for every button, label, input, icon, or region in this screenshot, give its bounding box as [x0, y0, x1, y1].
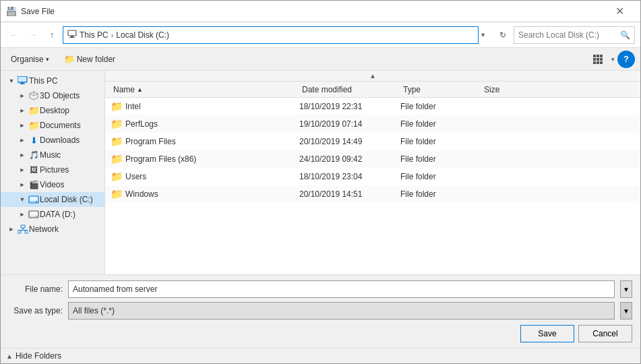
new-folder-icon: 📁 — [64, 54, 75, 64]
view-icon — [593, 55, 605, 64]
table-row[interactable]: 📁 Windows 20/10/2019 14:51 File folder — [105, 185, 640, 203]
svg-rect-9 — [597, 55, 599, 57]
svg-rect-20 — [18, 77, 26, 82]
music-expand-icon[interactable]: ► — [17, 150, 28, 160]
save-type-select[interactable]: All files (*.*) — [68, 302, 615, 320]
search-input[interactable] — [518, 30, 620, 40]
refresh-button[interactable]: ↻ — [495, 27, 511, 43]
svg-rect-15 — [597, 61, 599, 64]
table-row[interactable]: 📁 Intel 18/10/2019 22:31 File folder — [105, 98, 640, 115]
svg-rect-19 — [20, 84, 25, 84]
documents-icon: 📁 — [28, 120, 40, 131]
table-row[interactable]: 📁 PerfLogs 19/10/2019 07:14 File folder — [105, 115, 640, 133]
file-name-row: File name: ▼ — [9, 280, 632, 298]
svg-rect-35 — [25, 231, 28, 233]
sidebar-item-3d-objects[interactable]: ► 3D Objects — [1, 88, 104, 103]
hdd-icon — [28, 195, 39, 204]
data-d-icon — [28, 209, 40, 220]
this-pc-expand-icon[interactable]: ▼ — [6, 75, 17, 86]
address-path[interactable]: This PC › Local Disk (C:) — [63, 26, 479, 44]
sidebar-item-label-pictures: Pictures — [40, 165, 69, 175]
svg-rect-10 — [600, 55, 603, 57]
organise-dropdown-icon: ▾ — [46, 56, 49, 63]
hdd-icon-d — [28, 210, 39, 219]
local-disk-c-expand-icon[interactable]: ▼ — [17, 194, 28, 205]
network-icon-svg — [18, 224, 28, 234]
pictures-expand-icon[interactable]: ► — [17, 164, 28, 175]
sidebar-item-downloads[interactable]: ► ⬇ Downloads — [1, 133, 104, 148]
svg-point-32 — [36, 216, 37, 217]
view-button[interactable] — [590, 51, 609, 67]
file-row-date: 18/10/2019 22:31 — [299, 102, 400, 111]
desktop-icon: 📁 — [28, 105, 40, 116]
col-header-name[interactable]: Name ▲ — [111, 82, 299, 97]
videos-expand-icon[interactable]: ► — [17, 179, 28, 190]
table-row[interactable]: 📁 Users 18/10/2019 23:04 File folder — [105, 168, 640, 185]
col-header-size[interactable]: Size — [481, 82, 535, 97]
hide-folders-arrow-icon: ▲ — [6, 353, 13, 360]
hide-folders-row[interactable]: ▲ Hide Folders — [1, 348, 640, 363]
col-header-date-label: Date modified — [302, 85, 352, 94]
this-pc-icon — [17, 75, 29, 86]
sidebar-item-desktop[interactable]: ► 📁 Desktop — [1, 103, 104, 118]
up-button[interactable]: ↑ — [44, 27, 60, 43]
forward-button[interactable]: → — [25, 27, 41, 43]
file-folder-icon: 📁 — [111, 171, 123, 183]
svg-line-37 — [20, 230, 24, 231]
3d-objects-icon — [28, 90, 40, 101]
music-icon: 🎵 — [28, 150, 40, 160]
sidebar-item-local-disk-c[interactable]: ▼ Local Disk (C:) — [1, 192, 104, 207]
svg-point-28 — [36, 201, 37, 202]
file-name-input[interactable] — [68, 280, 615, 298]
svg-rect-14 — [593, 61, 596, 64]
scroll-up-arrow[interactable]: ▲ — [105, 71, 640, 82]
table-row[interactable]: 📁 Program Files 20/10/2019 14:49 File fo… — [105, 133, 640, 150]
file-row-name: Users — [125, 172, 299, 181]
network-expand-icon[interactable]: ► — [6, 224, 17, 235]
file-row-type: File folder — [400, 154, 481, 164]
sidebar-item-videos[interactable]: ► 🎬 Videos — [1, 177, 104, 192]
cancel-button[interactable]: Cancel — [578, 325, 632, 342]
help-button[interactable]: ? — [617, 51, 635, 68]
new-folder-label: New folder — [77, 55, 115, 64]
title-bar: Save File ✕ — [1, 1, 640, 22]
videos-icon: 🎬 — [28, 179, 40, 190]
file-row-type: File folder — [400, 172, 481, 181]
table-row[interactable]: 📁 Program Files (x86) 24/10/2019 09:42 F… — [105, 150, 640, 168]
back-button[interactable]: ← — [6, 27, 22, 43]
col-header-type[interactable]: Type — [400, 82, 481, 97]
view-dropdown-icon[interactable]: ▾ — [611, 56, 615, 63]
sidebar-item-network[interactable]: ► Network — [1, 222, 104, 237]
sidebar-item-music[interactable]: ► 🎵 Music — [1, 148, 104, 162]
save-button[interactable]: Save — [520, 325, 574, 342]
sidebar-item-label-documents: Documents — [40, 121, 81, 130]
file-name-dropdown-button[interactable]: ▼ — [620, 280, 632, 298]
close-button[interactable]: ✕ — [604, 1, 635, 22]
downloads-expand-icon[interactable]: ► — [17, 135, 28, 146]
sidebar-item-label-this-pc: This PC — [29, 76, 58, 86]
file-row-type: File folder — [400, 189, 481, 199]
new-folder-button[interactable]: 📁 New folder — [59, 51, 120, 67]
organise-button[interactable]: Organise ▾ — [6, 52, 54, 67]
file-row-name: Windows — [125, 189, 299, 199]
sidebar-item-documents[interactable]: ► 📁 Documents — [1, 118, 104, 133]
address-dropdown-button[interactable]: ▾ — [481, 31, 492, 38]
sidebar-item-this-pc[interactable]: ▼ This PC — [1, 73, 104, 88]
documents-expand-icon[interactable]: ► — [17, 120, 28, 131]
search-box[interactable]: 🔍 — [514, 26, 635, 44]
file-row-type: File folder — [400, 119, 481, 129]
sidebar-item-label-downloads: Downloads — [40, 135, 80, 145]
sidebar-item-data-d[interactable]: ► DATA (D:) — [1, 207, 104, 222]
file-row-type: File folder — [400, 102, 481, 111]
3d-expand-icon[interactable]: ► — [17, 90, 28, 101]
data-d-expand-icon[interactable]: ► — [17, 209, 28, 220]
save-type-dropdown-button[interactable]: ▼ — [620, 302, 632, 320]
sidebar-item-pictures[interactable]: ► 🖼 Pictures — [1, 162, 104, 177]
sidebar-item-label-music: Music — [40, 150, 61, 160]
desktop-expand-icon[interactable]: ► — [17, 105, 28, 116]
col-header-date[interactable]: Date modified — [299, 82, 400, 97]
svg-line-23 — [34, 94, 38, 96]
dialog-icon — [6, 6, 17, 17]
main-content: ▼ This PC ► — [1, 71, 640, 274]
computer-icon — [18, 76, 28, 86]
